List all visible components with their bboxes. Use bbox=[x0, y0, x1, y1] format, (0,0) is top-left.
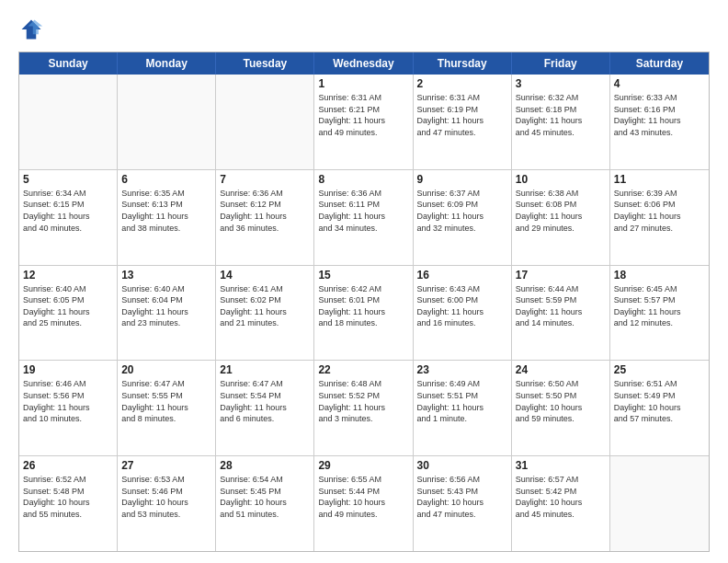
day-number-29: 29 bbox=[318, 459, 408, 472]
day-number-3: 3 bbox=[516, 77, 606, 90]
day-info-19: Sunrise: 6:46 AM Sunset: 5:56 PM Dayligh… bbox=[23, 378, 113, 424]
day-number-30: 30 bbox=[417, 459, 507, 472]
day-info-29: Sunrise: 6:55 AM Sunset: 5:44 PM Dayligh… bbox=[318, 474, 408, 520]
calendar-row-2: 12Sunrise: 6:40 AM Sunset: 6:05 PM Dayli… bbox=[19, 265, 709, 361]
day-cell-17: 17Sunrise: 6:44 AM Sunset: 5:59 PM Dayli… bbox=[512, 266, 610, 361]
day-cell-29: 29Sunrise: 6:55 AM Sunset: 5:44 PM Dayli… bbox=[314, 456, 413, 551]
day-info-6: Sunrise: 6:35 AM Sunset: 6:13 PM Dayligh… bbox=[121, 188, 211, 234]
day-cell-25: 25Sunrise: 6:51 AM Sunset: 5:49 PM Dayli… bbox=[610, 361, 709, 455]
day-info-18: Sunrise: 6:45 AM Sunset: 5:57 PM Dayligh… bbox=[614, 283, 705, 329]
day-number-28: 28 bbox=[220, 459, 310, 472]
day-cell-24: 24Sunrise: 6:50 AM Sunset: 5:50 PM Dayli… bbox=[512, 361, 610, 455]
day-info-31: Sunrise: 6:57 AM Sunset: 5:42 PM Dayligh… bbox=[516, 474, 606, 520]
day-info-10: Sunrise: 6:38 AM Sunset: 6:08 PM Dayligh… bbox=[516, 188, 606, 234]
empty-cell-0-1 bbox=[118, 75, 216, 169]
day-info-9: Sunrise: 6:37 AM Sunset: 6:09 PM Dayligh… bbox=[417, 188, 507, 234]
day-number-27: 27 bbox=[121, 459, 211, 472]
day-number-6: 6 bbox=[121, 173, 211, 186]
day-info-24: Sunrise: 6:50 AM Sunset: 5:50 PM Dayligh… bbox=[516, 378, 606, 424]
day-info-1: Sunrise: 6:31 AM Sunset: 6:21 PM Dayligh… bbox=[318, 92, 408, 138]
page: SundayMondayTuesdayWednesdayThursdayFrid… bbox=[0, 0, 728, 563]
day-cell-1: 1Sunrise: 6:31 AM Sunset: 6:21 PM Daylig… bbox=[314, 75, 413, 169]
day-info-20: Sunrise: 6:47 AM Sunset: 5:55 PM Dayligh… bbox=[121, 378, 211, 424]
day-number-9: 9 bbox=[417, 173, 507, 186]
day-number-4: 4 bbox=[614, 77, 705, 90]
day-number-5: 5 bbox=[23, 173, 113, 186]
day-number-18: 18 bbox=[614, 269, 705, 282]
day-cell-4: 4Sunrise: 6:33 AM Sunset: 6:16 PM Daylig… bbox=[610, 75, 709, 169]
day-info-27: Sunrise: 6:53 AM Sunset: 5:46 PM Dayligh… bbox=[121, 474, 211, 520]
day-number-26: 26 bbox=[23, 459, 113, 472]
day-cell-13: 13Sunrise: 6:40 AM Sunset: 6:04 PM Dayli… bbox=[118, 266, 216, 361]
day-info-22: Sunrise: 6:48 AM Sunset: 5:52 PM Dayligh… bbox=[318, 378, 408, 424]
day-number-21: 21 bbox=[220, 363, 310, 376]
day-cell-10: 10Sunrise: 6:38 AM Sunset: 6:08 PM Dayli… bbox=[512, 170, 610, 265]
day-number-13: 13 bbox=[121, 269, 211, 282]
day-number-14: 14 bbox=[220, 269, 310, 282]
day-info-2: Sunrise: 6:31 AM Sunset: 6:19 PM Dayligh… bbox=[417, 92, 507, 138]
calendar-row-0: 1Sunrise: 6:31 AM Sunset: 6:21 PM Daylig… bbox=[19, 75, 709, 169]
day-info-12: Sunrise: 6:40 AM Sunset: 6:05 PM Dayligh… bbox=[23, 283, 113, 329]
day-info-3: Sunrise: 6:32 AM Sunset: 6:18 PM Dayligh… bbox=[516, 92, 606, 138]
day-number-2: 2 bbox=[417, 77, 507, 90]
day-number-10: 10 bbox=[516, 173, 606, 186]
day-number-19: 19 bbox=[23, 363, 113, 376]
day-cell-2: 2Sunrise: 6:31 AM Sunset: 6:19 PM Daylig… bbox=[414, 75, 512, 169]
day-info-30: Sunrise: 6:56 AM Sunset: 5:43 PM Dayligh… bbox=[417, 474, 507, 520]
day-info-11: Sunrise: 6:39 AM Sunset: 6:06 PM Dayligh… bbox=[614, 188, 705, 234]
calendar-row-1: 5Sunrise: 6:34 AM Sunset: 6:15 PM Daylig… bbox=[19, 169, 709, 265]
logo-icon bbox=[18, 17, 44, 42]
day-number-17: 17 bbox=[516, 269, 606, 282]
day-cell-6: 6Sunrise: 6:35 AM Sunset: 6:13 PM Daylig… bbox=[118, 170, 216, 265]
day-cell-12: 12Sunrise: 6:40 AM Sunset: 6:05 PM Dayli… bbox=[19, 266, 118, 361]
day-cell-19: 19Sunrise: 6:46 AM Sunset: 5:56 PM Dayli… bbox=[19, 361, 118, 455]
day-cell-14: 14Sunrise: 6:41 AM Sunset: 6:02 PM Dayli… bbox=[216, 266, 314, 361]
day-cell-23: 23Sunrise: 6:49 AM Sunset: 5:51 PM Dayli… bbox=[414, 361, 512, 455]
day-number-15: 15 bbox=[318, 269, 408, 282]
weekday-header-sunday: Sunday bbox=[19, 52, 118, 75]
day-cell-18: 18Sunrise: 6:45 AM Sunset: 5:57 PM Dayli… bbox=[610, 266, 709, 361]
day-info-13: Sunrise: 6:40 AM Sunset: 6:04 PM Dayligh… bbox=[121, 283, 211, 329]
day-number-24: 24 bbox=[516, 363, 606, 376]
day-info-23: Sunrise: 6:49 AM Sunset: 5:51 PM Dayligh… bbox=[417, 378, 507, 424]
calendar-body: 1Sunrise: 6:31 AM Sunset: 6:21 PM Daylig… bbox=[19, 75, 709, 551]
day-cell-16: 16Sunrise: 6:43 AM Sunset: 6:00 PM Dayli… bbox=[414, 266, 512, 361]
day-cell-9: 9Sunrise: 6:37 AM Sunset: 6:09 PM Daylig… bbox=[414, 170, 512, 265]
day-cell-15: 15Sunrise: 6:42 AM Sunset: 6:01 PM Dayli… bbox=[314, 266, 413, 361]
logo bbox=[18, 17, 48, 42]
day-number-11: 11 bbox=[614, 173, 705, 186]
day-cell-8: 8Sunrise: 6:36 AM Sunset: 6:11 PM Daylig… bbox=[314, 170, 413, 265]
day-cell-11: 11Sunrise: 6:39 AM Sunset: 6:06 PM Dayli… bbox=[610, 170, 709, 265]
day-number-7: 7 bbox=[220, 173, 310, 186]
day-number-1: 1 bbox=[318, 77, 408, 90]
weekday-header-saturday: Saturday bbox=[610, 52, 709, 75]
day-info-15: Sunrise: 6:42 AM Sunset: 6:01 PM Dayligh… bbox=[318, 283, 408, 329]
day-number-23: 23 bbox=[417, 363, 507, 376]
day-cell-20: 20Sunrise: 6:47 AM Sunset: 5:55 PM Dayli… bbox=[118, 361, 216, 455]
weekday-header-friday: Friday bbox=[512, 52, 610, 75]
day-cell-22: 22Sunrise: 6:48 AM Sunset: 5:52 PM Dayli… bbox=[314, 361, 413, 455]
day-cell-5: 5Sunrise: 6:34 AM Sunset: 6:15 PM Daylig… bbox=[19, 170, 118, 265]
day-cell-21: 21Sunrise: 6:47 AM Sunset: 5:54 PM Dayli… bbox=[216, 361, 314, 455]
day-info-26: Sunrise: 6:52 AM Sunset: 5:48 PM Dayligh… bbox=[23, 474, 113, 520]
day-number-22: 22 bbox=[318, 363, 408, 376]
day-info-4: Sunrise: 6:33 AM Sunset: 6:16 PM Dayligh… bbox=[614, 92, 705, 138]
day-info-5: Sunrise: 6:34 AM Sunset: 6:15 PM Dayligh… bbox=[23, 188, 113, 234]
day-cell-27: 27Sunrise: 6:53 AM Sunset: 5:46 PM Dayli… bbox=[118, 456, 216, 551]
day-number-12: 12 bbox=[23, 269, 113, 282]
day-info-21: Sunrise: 6:47 AM Sunset: 5:54 PM Dayligh… bbox=[220, 378, 310, 424]
empty-cell-0-0 bbox=[19, 75, 118, 169]
weekday-header-monday: Monday bbox=[118, 52, 216, 75]
day-number-8: 8 bbox=[318, 173, 408, 186]
empty-cell-4-6 bbox=[610, 456, 709, 551]
empty-cell-0-2 bbox=[216, 75, 314, 169]
day-number-25: 25 bbox=[614, 363, 705, 376]
calendar-row-4: 26Sunrise: 6:52 AM Sunset: 5:48 PM Dayli… bbox=[19, 455, 709, 551]
day-info-7: Sunrise: 6:36 AM Sunset: 6:12 PM Dayligh… bbox=[220, 188, 310, 234]
calendar-row-3: 19Sunrise: 6:46 AM Sunset: 5:56 PM Dayli… bbox=[19, 360, 709, 455]
weekday-header-wednesday: Wednesday bbox=[314, 52, 413, 75]
day-cell-31: 31Sunrise: 6:57 AM Sunset: 5:42 PM Dayli… bbox=[512, 456, 610, 551]
day-info-17: Sunrise: 6:44 AM Sunset: 5:59 PM Dayligh… bbox=[516, 283, 606, 329]
day-cell-26: 26Sunrise: 6:52 AM Sunset: 5:48 PM Dayli… bbox=[19, 456, 118, 551]
day-number-20: 20 bbox=[121, 363, 211, 376]
